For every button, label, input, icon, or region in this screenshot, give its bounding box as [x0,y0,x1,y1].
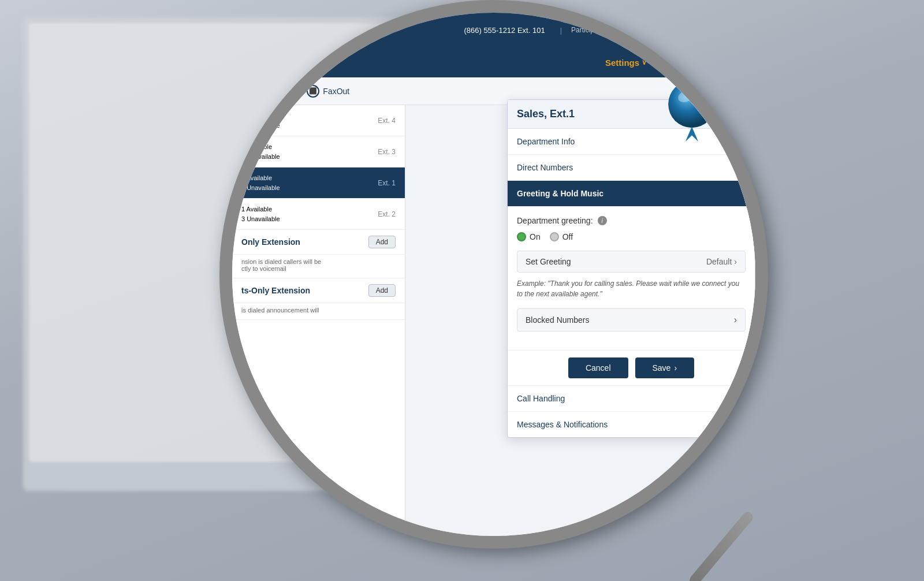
panel: 2 Available 1 Unavailable Ext. 4 2 Avail… [232,105,755,536]
set-greeting-label: Set Greeting [526,257,571,266]
close-card-button[interactable]: × [739,109,746,120]
announcements-extension-title: ts-Only Extension [241,286,310,295]
left-panel: 2 Available 1 Unavailable Ext. 4 2 Avail… [232,105,405,536]
svg-point-0 [668,80,716,128]
faxout-icon: ⬛ [307,85,319,98]
on-label: On [530,232,541,241]
action-row: Cancel Save › [508,350,755,385]
toggle-row: On Off [517,232,746,241]
direct-numbers-item[interactable]: Direct Numbers [508,155,755,181]
set-greeting-chevron-icon: › [734,257,737,266]
faxout-item[interactable]: ⬛ FaxOut [307,85,349,98]
participants-label: Participants: 298551 [571,26,634,34]
blocked-numbers-label: Blocked Numbers [526,315,590,325]
ringout-item[interactable]: ☎ RingOut [244,85,289,98]
add-only-ext-button[interactable]: Add [368,236,396,248]
call-handling-item[interactable]: Call Handling [508,385,755,411]
pin-icon [663,76,721,154]
tools-chevron-icon: ∨ [733,59,738,68]
top-nav: (866) 555-1212 Ext. 101 | Participants: … [232,13,755,47]
settings-chevron-icon: ∨ [642,58,647,66]
tools-nav[interactable]: Tools ∨ [708,58,738,68]
magnifier-content: (866) 555-1212 Ext. 101 | Participants: … [232,13,755,536]
announcements-extension-desc: is dialed announcement will [232,303,405,320]
save-chevron-icon: › [674,363,677,373]
billing-nav[interactable]: Billing [664,58,691,68]
ringout-icon: ☎ [244,85,256,98]
set-greeting-row[interactable]: Set Greeting Default › [517,251,746,273]
phone-number: (866) 555-1212 Ext. 101 [464,26,545,35]
dept-greeting-row: Department greeting: i [517,216,746,225]
greeting-hold-music-item[interactable]: Greeting & Hold Music [508,181,755,207]
off-radio-dot [550,232,559,241]
messages-notifications-item[interactable]: Messages & Notifications [508,411,755,437]
off-label: Off [562,232,573,241]
ext-row-2[interactable]: 1 Available 3 Unavailable Ext. 2 [232,199,405,230]
cancel-button[interactable]: Cancel [568,357,628,378]
gethelp-button[interactable]: Get Help [714,26,744,35]
right-panel: Sales, Ext.1 × Department Info Direct Nu… [405,105,755,536]
save-button[interactable]: Save › [635,357,695,378]
invite-button[interactable]: Invite [655,26,673,35]
card-title: Sales, Ext.1 [517,108,575,120]
subheader-dropdown-button[interactable]: ▼ [724,84,744,98]
only-extension-title: Only Extension [241,237,300,247]
ext-row-3[interactable]: 2 Available 1 Unavailable Ext. 3 [232,136,405,167]
set-greeting-value: Default › [706,257,737,266]
off-radio[interactable]: Off [550,232,573,241]
magnifier-circle: (866) 555-1212 Ext. 101 | Participants: … [219,0,768,549]
second-nav: Settings ∨ Billing Tools ∨ [232,47,755,77]
example-text: Example: "Thank you for calling sales. P… [517,278,746,299]
greeting-section-content: Department greeting: i On Off [508,207,755,350]
info-icon[interactable]: i [598,216,607,225]
on-radio[interactable]: On [517,232,541,241]
only-extension-header: Only Extension Add [232,230,405,255]
ext-row-1[interactable]: 2 Available 5 Unavailable Ext. 1 [232,167,405,199]
logout-button[interactable]: Logout [682,26,705,35]
blocked-numbers-row[interactable]: Blocked Numbers › [517,308,746,332]
announcements-extension-header: ts-Only Extension Add [232,278,405,303]
dept-greeting-label: Department greeting: [517,216,593,225]
settings-nav[interactable]: Settings ∨ [605,58,647,68]
add-announcements-ext-button[interactable]: Add [368,284,396,297]
blocked-numbers-chevron-icon: › [734,315,737,325]
on-radio-dot [517,232,526,241]
ext-row-4[interactable]: 2 Available 1 Unavailable Ext. 4 [232,105,405,136]
only-extension-desc: nsion is dialed callers will bectly to v… [232,255,405,278]
